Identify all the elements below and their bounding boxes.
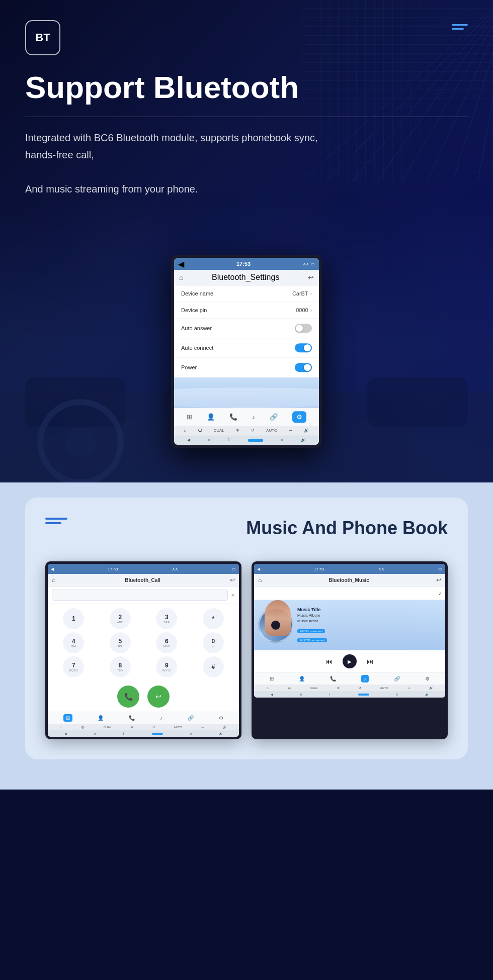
call-home-icon[interactable]: ⌂ — [52, 576, 55, 583]
contacts-icon[interactable]: 👤 — [207, 413, 215, 421]
m-home[interactable]: ⌂ — [267, 687, 269, 690]
dial-btn-3[interactable]: 3DEF — [156, 608, 177, 629]
call-battery-icon: ▭ — [232, 567, 236, 571]
music-contacts-icon[interactable]: 👤 — [299, 676, 305, 681]
bottom-menu-icon[interactable] — [45, 518, 67, 524]
back-btn[interactable]: ◀ — [187, 438, 190, 442]
fan-icon[interactable]: ❄ — [236, 428, 239, 433]
m-back[interactable]: ◀ — [271, 693, 273, 696]
play-btn[interactable]: ▶ — [343, 654, 357, 668]
m-pwr[interactable]: ⏻ — [288, 687, 291, 690]
link-icon[interactable]: 🔗 — [270, 413, 278, 421]
call-back-nav-icon[interactable]: ↩ — [230, 576, 235, 583]
setting-row-auto-connect: Auto connect — [174, 338, 319, 358]
m-fan[interactable]: ❄ — [337, 686, 340, 690]
grid-icon[interactable]: ⊞ — [187, 413, 192, 421]
dial-btn-2[interactable]: 2ABC — [110, 608, 131, 629]
m-vol[interactable]: 🔊 — [429, 686, 433, 690]
mode-icon[interactable]: ⇝ — [289, 428, 292, 433]
vol-btn[interactable]: 🔊 — [301, 438, 306, 442]
music-nav-bar: ⌂ Bluetooth_Music ↩ — [254, 574, 445, 586]
call-redial-btn[interactable]: ↩ — [147, 685, 170, 708]
settings-icon[interactable]: ⚙ — [292, 411, 306, 423]
c-home[interactable]: ⌂ — [60, 726, 62, 729]
status-icons: ∧∧ ▭ — [303, 262, 315, 266]
music-icon[interactable]: ♪ — [252, 413, 256, 421]
call-music-icon[interactable]: ♪ — [160, 715, 162, 721]
dial-btn-1[interactable]: 1 — [63, 608, 84, 629]
setting-row-device-pin[interactable]: Device pin 0000 › — [174, 302, 319, 319]
dial-btn-8[interactable]: 8TUV — [110, 656, 131, 677]
c-vol2[interactable]: 🔊 — [219, 732, 222, 735]
m-temp-bar — [358, 694, 369, 696]
music-settings-icon[interactable]: ⚙ — [425, 676, 430, 681]
call-settings-icon[interactable]: ⚙ — [219, 715, 223, 721]
prev-btn[interactable]: ⏮ — [325, 657, 333, 665]
clear-icon[interactable]: ✕ — [231, 593, 235, 598]
dial-btn-9[interactable]: 9WXYZ — [156, 656, 177, 677]
vol-icon[interactable]: 🔊 — [304, 428, 309, 433]
ac-icon[interactable]: ↺ — [251, 428, 255, 433]
m-mode[interactable]: ⇝ — [407, 686, 410, 690]
toggle-power[interactable] — [295, 363, 312, 372]
home-icon[interactable]: ⌂ — [179, 273, 183, 281]
dial-btn-7[interactable]: 7PQRS — [63, 656, 84, 677]
music-controls: ⏮ ▶ ⏭ — [254, 650, 445, 672]
device-frame: ◀ 17:53 ∧∧ ▭ ⌂ Bluetooth_Settings ↩ — [171, 255, 322, 448]
back-icon[interactable]: ↩ — [308, 273, 314, 281]
dial-btn-hash[interactable]: # — [203, 656, 224, 677]
climate-bar: ⌂ ⏻ DUAL ❄ ↺ AUTO ⇝ 🔊 — [174, 426, 319, 435]
album-art — [258, 608, 293, 643]
phone-icon[interactable]: 📞 — [229, 413, 237, 421]
c-vol[interactable]: 🔊 — [223, 725, 226, 729]
device-screen: ◀ 17:53 ∧∧ ▭ ⌂ Bluetooth_Settings ↩ — [174, 258, 319, 445]
music-screen: ◀ 17:53 ∧∧ ▭ ⌂ Bluetooth_Music ↩ ♪ — [254, 564, 445, 698]
music-device: ◀ 17:53 ∧∧ ▭ ⌂ Bluetooth_Music ↩ ♪ — [252, 561, 448, 739]
c-ac[interactable]: ↺ — [152, 725, 155, 729]
call-phone-icon[interactable]: 📞 — [129, 715, 135, 721]
call-grid-icon[interactable]: ⊞ — [63, 714, 72, 722]
hamburger-menu[interactable] — [452, 24, 468, 30]
screen-title: Bluetooth_Settings — [212, 273, 279, 282]
music-home-icon[interactable]: ⌂ — [258, 576, 262, 583]
toggle-auto-answer[interactable] — [295, 324, 312, 333]
m-temp[interactable]: ⌇ — [329, 693, 331, 696]
dial-btn-5[interactable]: 5JKL — [110, 632, 131, 653]
home-btn[interactable]: ⌂ — [184, 428, 187, 433]
music-back-nav-icon[interactable]: ↩ — [436, 576, 441, 583]
c-fan[interactable]: ❄ — [131, 725, 133, 729]
call-contacts-icon[interactable]: 👤 — [98, 715, 104, 721]
c-mode[interactable]: ⇝ — [201, 725, 204, 729]
setting-value-device-name: CarBT › — [292, 290, 312, 297]
call-title: Bluetooth_Call — [125, 577, 160, 583]
call-input[interactable] — [52, 590, 228, 601]
hero-section: BT Support Bluetooth Integrated with BC6… — [0, 0, 493, 482]
call-link-icon[interactable]: 🔗 — [188, 715, 194, 721]
dial-btn-4[interactable]: 4GHI — [63, 632, 84, 653]
m-ac[interactable]: ↺ — [359, 686, 361, 690]
music-note-icon[interactable]: ♪ — [438, 590, 441, 597]
wave-area — [174, 377, 319, 408]
dial-btn-star[interactable]: * — [203, 608, 224, 629]
c-temp[interactable]: ⌇ — [123, 732, 124, 735]
temp-icon[interactable]: ⌇ — [228, 438, 230, 442]
call-answer-btn[interactable]: 📞 — [117, 685, 139, 708]
m-vol2[interactable]: 🔊 — [425, 693, 429, 696]
call-screen: ◀ 17:53 ∧∧ ▭ ⌂ Bluetooth_Call ↩ ✕ 1 2ABC — [48, 564, 239, 737]
next-btn[interactable]: ⏭ — [367, 657, 374, 665]
setting-row-device-name[interactable]: Device name CarBT › — [174, 285, 319, 302]
dial-btn-6[interactable]: 6MNO — [156, 632, 177, 653]
music-signal-icon: ∧∧ — [378, 567, 384, 571]
c-back[interactable]: ◀ — [64, 732, 67, 735]
music-link-icon[interactable]: 🔗 — [394, 676, 400, 681]
c-pwr[interactable]: ⏻ — [81, 726, 85, 729]
toggle-auto-connect[interactable] — [295, 343, 312, 352]
music-note-btn[interactable]: ♪ — [361, 675, 369, 682]
c-temp-bar — [152, 733, 163, 735]
music-phone-icon[interactable]: 📞 — [330, 676, 336, 681]
music-climate-bar-2: ◀ 0 ⌇ 0 🔊 — [254, 691, 445, 698]
wifi-icon: ∧∧ — [303, 262, 309, 266]
dial-btn-0[interactable]: 0+ — [203, 632, 224, 653]
power-btn[interactable]: ⏻ — [198, 428, 202, 433]
music-grid-icon[interactable]: ⊞ — [270, 676, 274, 681]
